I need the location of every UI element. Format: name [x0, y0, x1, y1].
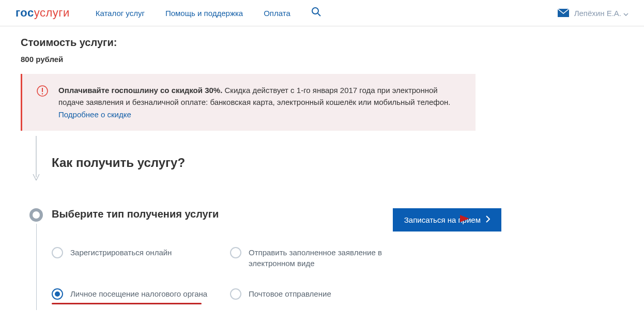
- logo-uslugi: услуги: [34, 6, 70, 19]
- chevron-right-icon: [486, 215, 490, 224]
- radio-circle-checked-icon: [52, 288, 63, 300]
- annotation-arrow-icon: [434, 213, 470, 224]
- svg-point-0: [312, 8, 318, 14]
- price-value: 800 рублей: [21, 55, 623, 64]
- nav: Каталог услуг Помощь и поддержка Оплата: [96, 7, 558, 19]
- info-box: Оплачивайте госпошлину со скидкой 30%. С…: [21, 74, 476, 131]
- how-section: Как получить услугу?: [21, 136, 623, 182]
- radio-online[interactable]: Зарегистрироваться онлайн: [52, 247, 227, 269]
- radio-circle-icon: [230, 288, 241, 300]
- price-heading: Стоимость услуги:: [21, 37, 623, 49]
- down-arrow-icon: [31, 136, 41, 182]
- nav-help[interactable]: Помощь и поддержка: [165, 9, 243, 18]
- radio-postal[interactable]: Почтовое отправление: [230, 288, 426, 300]
- user-block: Лепёхин Е.А.: [558, 9, 628, 18]
- step-section: Выберите тип получения услуги Записаться…: [21, 208, 623, 300]
- step-marker-icon: [29, 208, 43, 222]
- how-heading: Как получить услугу?: [52, 156, 185, 182]
- content: Стоимость услуги: 800 рублей Оплачивайте…: [0, 26, 644, 310]
- radio-dot-icon: [55, 291, 60, 297]
- nav-payment[interactable]: Оплата: [264, 9, 290, 18]
- radio-send[interactable]: Отправить заполненное заявление в электр…: [230, 247, 426, 269]
- flow-arrow-col: [21, 136, 52, 182]
- step-body: Выберите тип получения услуги Записаться…: [52, 208, 623, 300]
- chevron-down-icon: [623, 9, 628, 18]
- radio-label: Личное посещение налогового органа: [70, 288, 207, 299]
- radio-label: Отправить заполненное заявление в электр…: [249, 247, 426, 269]
- radio-personal[interactable]: Личное посещение налогового органа: [52, 288, 227, 300]
- user-dropdown[interactable]: Лепёхин Е.А.: [574, 9, 628, 18]
- step-head: Выберите тип получения услуги Записаться…: [52, 208, 501, 232]
- logo-gos: гос: [16, 6, 34, 19]
- mail-icon[interactable]: [558, 9, 569, 17]
- radio-group: Зарегистрироваться онлайн Отправить запо…: [52, 247, 623, 300]
- step-title: Выберите тип получения услуги: [52, 208, 219, 220]
- info-bold: Оплачивайте госпошлину со скидкой 30%.: [58, 86, 222, 95]
- svg-line-1: [318, 13, 320, 16]
- svg-point-5: [42, 93, 43, 94]
- radio-label: Зарегистрироваться онлайн: [70, 247, 172, 258]
- info-text: Оплачивайте госпошлину со скидкой 30%. С…: [58, 84, 461, 120]
- logo[interactable]: госуслуги: [16, 6, 70, 20]
- radio-circle-icon: [230, 247, 241, 258]
- step-line: [36, 224, 37, 310]
- radio-circle-icon: [52, 247, 63, 258]
- step-marker-col: [21, 208, 52, 300]
- info-link[interactable]: Подробнее о скидке: [58, 110, 131, 119]
- nav-catalog[interactable]: Каталог услуг: [96, 9, 145, 18]
- radio-label: Почтовое отправление: [249, 288, 331, 299]
- alert-icon: [37, 84, 48, 120]
- username-label: Лепёхин Е.А.: [574, 9, 621, 18]
- search-icon[interactable]: [311, 7, 321, 19]
- header: госуслуги Каталог услуг Помощь и поддерж…: [0, 0, 644, 26]
- annotation-underline: [52, 303, 202, 304]
